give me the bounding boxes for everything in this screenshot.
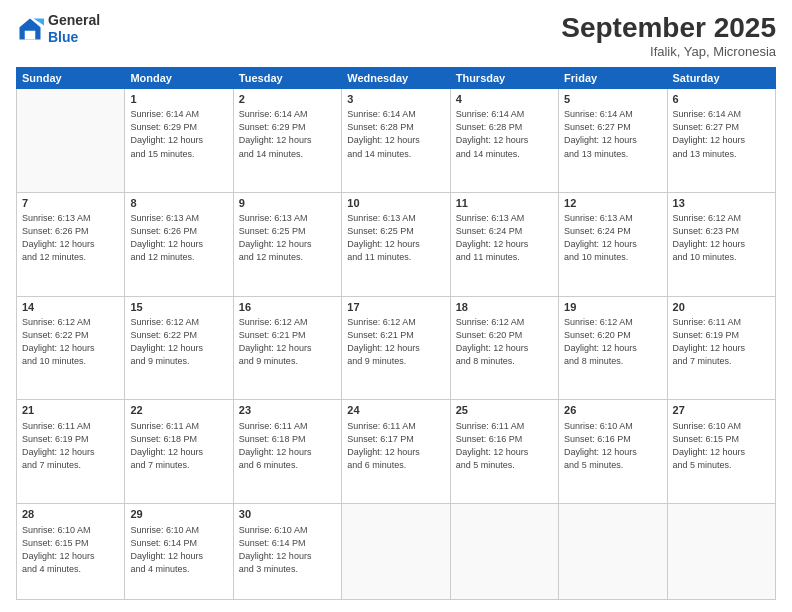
day-number: 29: [130, 507, 227, 522]
day-number: 18: [456, 300, 553, 315]
day-info: Sunrise: 6:13 AM Sunset: 6:24 PM Dayligh…: [456, 212, 553, 264]
calendar-header-row: SundayMondayTuesdayWednesdayThursdayFrid…: [17, 68, 776, 89]
logo: General Blue: [16, 12, 100, 46]
calendar-cell: 21Sunrise: 6:11 AM Sunset: 6:19 PM Dayli…: [17, 400, 125, 504]
day-number: 30: [239, 507, 336, 522]
calendar-cell: 23Sunrise: 6:11 AM Sunset: 6:18 PM Dayli…: [233, 400, 341, 504]
calendar-cell: [667, 504, 775, 600]
calendar-cell: 14Sunrise: 6:12 AM Sunset: 6:22 PM Dayli…: [17, 296, 125, 400]
calendar-cell: [342, 504, 450, 600]
logo-general: General: [48, 12, 100, 28]
calendar-day-header: Tuesday: [233, 68, 341, 89]
calendar-day-header: Wednesday: [342, 68, 450, 89]
calendar-cell: 24Sunrise: 6:11 AM Sunset: 6:17 PM Dayli…: [342, 400, 450, 504]
day-info: Sunrise: 6:12 AM Sunset: 6:21 PM Dayligh…: [239, 316, 336, 368]
day-number: 28: [22, 507, 119, 522]
day-number: 22: [130, 403, 227, 418]
header: General Blue September 2025 Ifalik, Yap,…: [16, 12, 776, 59]
calendar-cell: 25Sunrise: 6:11 AM Sunset: 6:16 PM Dayli…: [450, 400, 558, 504]
calendar-cell: 2Sunrise: 6:14 AM Sunset: 6:29 PM Daylig…: [233, 89, 341, 193]
calendar-day-header: Thursday: [450, 68, 558, 89]
day-info: Sunrise: 6:11 AM Sunset: 6:16 PM Dayligh…: [456, 420, 553, 472]
calendar-cell: 8Sunrise: 6:13 AM Sunset: 6:26 PM Daylig…: [125, 192, 233, 296]
week-row: 28Sunrise: 6:10 AM Sunset: 6:15 PM Dayli…: [17, 504, 776, 600]
day-number: 15: [130, 300, 227, 315]
calendar-cell: 16Sunrise: 6:12 AM Sunset: 6:21 PM Dayli…: [233, 296, 341, 400]
logo-blue: Blue: [48, 29, 78, 45]
day-number: 4: [456, 92, 553, 107]
day-number: 3: [347, 92, 444, 107]
logo-icon: [16, 15, 44, 43]
calendar-cell: 18Sunrise: 6:12 AM Sunset: 6:20 PM Dayli…: [450, 296, 558, 400]
svg-rect-2: [25, 31, 36, 40]
calendar-cell: 10Sunrise: 6:13 AM Sunset: 6:25 PM Dayli…: [342, 192, 450, 296]
day-info: Sunrise: 6:10 AM Sunset: 6:16 PM Dayligh…: [564, 420, 661, 472]
calendar-cell: 3Sunrise: 6:14 AM Sunset: 6:28 PM Daylig…: [342, 89, 450, 193]
week-row: 21Sunrise: 6:11 AM Sunset: 6:19 PM Dayli…: [17, 400, 776, 504]
day-info: Sunrise: 6:13 AM Sunset: 6:26 PM Dayligh…: [22, 212, 119, 264]
day-number: 1: [130, 92, 227, 107]
day-number: 14: [22, 300, 119, 315]
day-number: 17: [347, 300, 444, 315]
day-info: Sunrise: 6:11 AM Sunset: 6:17 PM Dayligh…: [347, 420, 444, 472]
calendar-cell: 20Sunrise: 6:11 AM Sunset: 6:19 PM Dayli…: [667, 296, 775, 400]
day-number: 2: [239, 92, 336, 107]
day-number: 10: [347, 196, 444, 211]
calendar-cell: 4Sunrise: 6:14 AM Sunset: 6:28 PM Daylig…: [450, 89, 558, 193]
day-info: Sunrise: 6:11 AM Sunset: 6:19 PM Dayligh…: [673, 316, 770, 368]
day-number: 11: [456, 196, 553, 211]
day-number: 24: [347, 403, 444, 418]
calendar-cell: 12Sunrise: 6:13 AM Sunset: 6:24 PM Dayli…: [559, 192, 667, 296]
month-title: September 2025: [561, 12, 776, 44]
calendar-day-header: Friday: [559, 68, 667, 89]
day-info: Sunrise: 6:12 AM Sunset: 6:23 PM Dayligh…: [673, 212, 770, 264]
day-info: Sunrise: 6:14 AM Sunset: 6:28 PM Dayligh…: [456, 108, 553, 160]
week-row: 7Sunrise: 6:13 AM Sunset: 6:26 PM Daylig…: [17, 192, 776, 296]
day-info: Sunrise: 6:12 AM Sunset: 6:20 PM Dayligh…: [564, 316, 661, 368]
day-info: Sunrise: 6:13 AM Sunset: 6:25 PM Dayligh…: [347, 212, 444, 264]
day-number: 19: [564, 300, 661, 315]
calendar-cell: 7Sunrise: 6:13 AM Sunset: 6:26 PM Daylig…: [17, 192, 125, 296]
calendar-cell: 30Sunrise: 6:10 AM Sunset: 6:14 PM Dayli…: [233, 504, 341, 600]
day-info: Sunrise: 6:14 AM Sunset: 6:29 PM Dayligh…: [130, 108, 227, 160]
page: General Blue September 2025 Ifalik, Yap,…: [0, 0, 792, 612]
calendar-cell: 22Sunrise: 6:11 AM Sunset: 6:18 PM Dayli…: [125, 400, 233, 504]
week-row: 14Sunrise: 6:12 AM Sunset: 6:22 PM Dayli…: [17, 296, 776, 400]
location: Ifalik, Yap, Micronesia: [561, 44, 776, 59]
calendar-cell: 6Sunrise: 6:14 AM Sunset: 6:27 PM Daylig…: [667, 89, 775, 193]
day-number: 21: [22, 403, 119, 418]
day-number: 20: [673, 300, 770, 315]
day-number: 7: [22, 196, 119, 211]
day-info: Sunrise: 6:12 AM Sunset: 6:21 PM Dayligh…: [347, 316, 444, 368]
day-info: Sunrise: 6:11 AM Sunset: 6:18 PM Dayligh…: [130, 420, 227, 472]
day-info: Sunrise: 6:12 AM Sunset: 6:22 PM Dayligh…: [130, 316, 227, 368]
day-number: 5: [564, 92, 661, 107]
day-number: 8: [130, 196, 227, 211]
calendar-cell: [559, 504, 667, 600]
day-info: Sunrise: 6:14 AM Sunset: 6:29 PM Dayligh…: [239, 108, 336, 160]
calendar-cell: 17Sunrise: 6:12 AM Sunset: 6:21 PM Dayli…: [342, 296, 450, 400]
calendar: SundayMondayTuesdayWednesdayThursdayFrid…: [16, 67, 776, 600]
day-number: 12: [564, 196, 661, 211]
day-info: Sunrise: 6:13 AM Sunset: 6:24 PM Dayligh…: [564, 212, 661, 264]
calendar-cell: 11Sunrise: 6:13 AM Sunset: 6:24 PM Dayli…: [450, 192, 558, 296]
day-info: Sunrise: 6:13 AM Sunset: 6:25 PM Dayligh…: [239, 212, 336, 264]
calendar-cell: [450, 504, 558, 600]
day-info: Sunrise: 6:14 AM Sunset: 6:27 PM Dayligh…: [564, 108, 661, 160]
calendar-cell: 29Sunrise: 6:10 AM Sunset: 6:14 PM Dayli…: [125, 504, 233, 600]
calendar-cell: 9Sunrise: 6:13 AM Sunset: 6:25 PM Daylig…: [233, 192, 341, 296]
day-number: 27: [673, 403, 770, 418]
day-number: 16: [239, 300, 336, 315]
calendar-day-header: Sunday: [17, 68, 125, 89]
calendar-cell: 1Sunrise: 6:14 AM Sunset: 6:29 PM Daylig…: [125, 89, 233, 193]
day-number: 13: [673, 196, 770, 211]
day-info: Sunrise: 6:10 AM Sunset: 6:15 PM Dayligh…: [22, 524, 119, 576]
calendar-day-header: Monday: [125, 68, 233, 89]
day-info: Sunrise: 6:13 AM Sunset: 6:26 PM Dayligh…: [130, 212, 227, 264]
day-info: Sunrise: 6:10 AM Sunset: 6:15 PM Dayligh…: [673, 420, 770, 472]
calendar-cell: 26Sunrise: 6:10 AM Sunset: 6:16 PM Dayli…: [559, 400, 667, 504]
day-info: Sunrise: 6:10 AM Sunset: 6:14 PM Dayligh…: [130, 524, 227, 576]
week-row: 1Sunrise: 6:14 AM Sunset: 6:29 PM Daylig…: [17, 89, 776, 193]
day-number: 6: [673, 92, 770, 107]
calendar-cell: 15Sunrise: 6:12 AM Sunset: 6:22 PM Dayli…: [125, 296, 233, 400]
